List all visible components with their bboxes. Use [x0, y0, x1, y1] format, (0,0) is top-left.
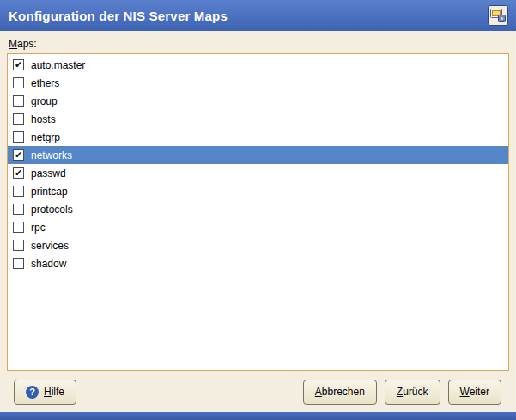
check-icon: ✔ — [15, 150, 22, 160]
dialog-window: Konfiguration der NIS Server Maps Maps: … — [0, 0, 516, 420]
list-item-label: networks — [31, 149, 72, 161]
checkbox[interactable]: ✔ — [13, 131, 24, 143]
checkbox[interactable]: ✔ — [13, 113, 24, 125]
list-item[interactable]: ✔ printcap — [8, 182, 508, 200]
title-bar: Konfiguration der NIS Server Maps — [0, 0, 516, 31]
checkbox[interactable]: ✔ — [13, 59, 24, 70]
checkbox[interactable]: ✔ — [13, 240, 24, 251]
checkbox[interactable]: ✔ — [13, 167, 24, 179]
wizard-buttons: Abbrechen Zurück Weiter — [303, 380, 501, 405]
list-item-label: auto.master — [31, 59, 85, 71]
list-item-label: protocols — [31, 204, 73, 216]
list-item-label: services — [31, 240, 69, 252]
maps-label: Maps: — [9, 38, 509, 50]
list-item-label: rpc — [31, 222, 46, 234]
window-bottom-edge — [0, 412, 516, 420]
check-icon: ✔ — [15, 168, 22, 178]
help-button[interactable]: ? Hilfe — [14, 380, 76, 405]
nis-server-icon — [488, 5, 508, 26]
checkbox[interactable]: ✔ — [13, 204, 24, 215]
checkbox[interactable]: ✔ — [13, 186, 24, 197]
list-item-label: hosts — [31, 113, 56, 125]
list-item[interactable]: ✔ group — [8, 92, 508, 110]
list-item[interactable]: ✔ protocols — [8, 200, 508, 218]
list-item[interactable]: ✔ networks — [8, 146, 508, 164]
list-item[interactable]: ✔ passwd — [8, 164, 508, 182]
dialog-content: Maps: ✔ auto.master ✔ ethers ✔ group ✔ h… — [0, 31, 516, 412]
cancel-button-label: Abbrechen — [315, 386, 365, 398]
cancel-button[interactable]: Abbrechen — [303, 380, 377, 405]
button-bar: ? Hilfe Abbrechen Zurück Weiter — [7, 371, 509, 412]
page-title: Konfiguration der NIS Server Maps — [9, 9, 228, 23]
maps-label-mnemonic: M — [9, 38, 17, 50]
maps-label-rest: aps: — [17, 38, 37, 50]
list-item-label: passwd — [31, 167, 66, 180]
help-icon: ? — [26, 386, 39, 399]
help-button-label: Hilfe — [44, 386, 64, 398]
list-item[interactable]: ✔ auto.master — [8, 56, 508, 74]
list-item-label: ethers — [31, 77, 59, 89]
list-item[interactable]: ✔ rpc — [8, 218, 508, 236]
next-button[interactable]: Weiter — [448, 380, 501, 405]
list-item[interactable]: ✔ ethers — [8, 74, 508, 92]
checkbox[interactable]: ✔ — [13, 95, 24, 107]
checkbox[interactable]: ✔ — [13, 149, 24, 161]
list-item[interactable]: ✔ shadow — [8, 254, 508, 272]
list-item[interactable]: ✔ netgrp — [8, 128, 508, 146]
list-item-label: group — [31, 95, 58, 107]
list-item-label: netgrp — [31, 131, 60, 143]
list-item-label: printcap — [31, 186, 68, 198]
maps-list[interactable]: ✔ auto.master ✔ ethers ✔ group ✔ hosts ✔… — [7, 53, 509, 371]
back-button[interactable]: Zurück — [385, 380, 440, 405]
list-item[interactable]: ✔ services — [8, 236, 508, 254]
list-item-label: shadow — [31, 258, 66, 270]
checkbox[interactable]: ✔ — [13, 77, 24, 88]
back-button-label: Zurück — [397, 386, 428, 398]
check-icon: ✔ — [15, 60, 22, 70]
list-item[interactable]: ✔ hosts — [8, 110, 508, 128]
checkbox[interactable]: ✔ — [13, 222, 24, 233]
next-button-label: Weiter — [460, 386, 489, 398]
checkbox[interactable]: ✔ — [13, 258, 24, 269]
